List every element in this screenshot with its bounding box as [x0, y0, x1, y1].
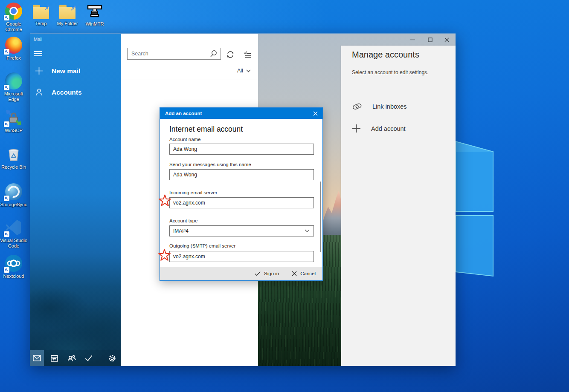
dialog-close-button[interactable]	[308, 108, 322, 119]
dialog-scrollbar[interactable]	[320, 182, 321, 252]
shortcut-arrow-icon	[4, 267, 9, 273]
desktop-icon-recycle-bin[interactable]: Recycle Bin	[0, 146, 27, 170]
manage-accounts-subtitle: Select an account to edit settings.	[352, 69, 428, 75]
add-account-dialog: Add an account Internet email account Ac…	[160, 107, 323, 281]
nav-mail-button[interactable]	[30, 350, 44, 366]
shortcut-arrow-icon	[4, 196, 9, 201]
nav-settings-button[interactable]	[105, 350, 119, 366]
annotation-star-incoming-server	[158, 194, 171, 208]
folder-icon	[33, 7, 49, 19]
desktop-icon-microsoft-edge[interactable]: Microsoft Edge	[0, 72, 27, 102]
sign-in-button[interactable]: Sign in	[255, 271, 279, 276]
outgoing-server-label: Outgoing (SMTP) email server	[169, 243, 235, 248]
winmtr-icon	[86, 3, 103, 20]
desktop-icon-temp[interactable]: Temp	[27, 3, 55, 26]
window-title: Mail	[34, 37, 42, 42]
outgoing-server-field[interactable]	[169, 251, 314, 262]
minimize-icon	[410, 37, 415, 42]
desktop: Google Chrome Temp My Folder WinMTR	[0, 0, 569, 392]
sidebar-bottom-nav	[30, 350, 121, 366]
incoming-server-field[interactable]	[169, 197, 314, 208]
add-account-button[interactable]: Add account	[352, 124, 406, 133]
close-icon	[444, 37, 449, 42]
link-inboxes-button[interactable]: Link inboxes	[352, 103, 407, 110]
account-type-select[interactable]: IMAP4	[169, 225, 314, 236]
cancel-label: Cancel	[300, 271, 316, 276]
calendar-icon	[51, 355, 58, 362]
hamburger-menu-icon[interactable]	[34, 50, 42, 57]
list-divider	[121, 80, 258, 80]
account-name-label: Account name	[169, 137, 201, 142]
desktop-icon-winscp[interactable]: WinSCP	[0, 109, 27, 133]
desktop-icon-label: Recycle Bin	[1, 164, 26, 170]
dialog-heading: Internet email account	[169, 125, 243, 134]
desktop-icon-winmtr[interactable]: WinMTR	[81, 3, 108, 27]
account-type-value: IMAP4	[173, 228, 189, 234]
search-icon[interactable]	[209, 49, 221, 58]
nav-people-button[interactable]	[64, 350, 78, 366]
shortcut-arrow-icon	[4, 231, 9, 237]
nav-calendar-button[interactable]	[47, 350, 61, 366]
desktop-icon-label: Microsoft Edge	[0, 91, 27, 102]
desktop-icon-nextcloud[interactable]: Nextcloud	[0, 255, 27, 279]
close-icon	[313, 111, 318, 116]
desktop-icon-visual-studio-code[interactable]: Visual Studio Code	[0, 219, 27, 249]
cancel-button[interactable]: Cancel	[292, 271, 316, 276]
firefox-icon	[5, 37, 22, 54]
person-icon	[35, 88, 43, 96]
link-icon	[352, 103, 362, 110]
sign-in-label: Sign in	[264, 271, 279, 276]
desktop-icon-my-folder[interactable]: My Folder	[54, 3, 81, 26]
accounts-label: Accounts	[52, 89, 82, 96]
chrome-icon	[5, 3, 22, 20]
vscode-icon	[5, 219, 22, 236]
send-name-field[interactable]	[169, 169, 314, 180]
dialog-title: Add an account	[160, 111, 202, 116]
close-button[interactable]	[443, 36, 450, 43]
selection-mode-button[interactable]	[243, 50, 252, 59]
account-name-field[interactable]	[169, 144, 314, 155]
plus-icon	[35, 67, 43, 75]
shortcut-arrow-icon	[4, 121, 9, 127]
send-name-label: Send your messages using this name	[169, 162, 251, 167]
dialog-titlebar: Add an account	[160, 108, 322, 119]
shortcut-arrow-icon	[4, 49, 9, 55]
desktop-icon-google-chrome[interactable]: Google Chrome	[0, 3, 27, 32]
minimize-button[interactable]	[409, 36, 416, 43]
folder-share-arrows-icon	[44, 5, 50, 11]
desktop-icon-label: Visual Studio Code	[0, 238, 27, 249]
new-mail-button[interactable]: New mail	[35, 67, 80, 75]
account-type-label: Account type	[169, 218, 197, 223]
sync-button[interactable]	[226, 50, 235, 59]
accounts-button[interactable]: Accounts	[35, 88, 82, 96]
filter-all-dropdown[interactable]: All	[237, 68, 251, 74]
recycle-bin-icon	[5, 146, 22, 163]
desktop-icon-storagesync[interactable]: StorageSync	[0, 183, 27, 208]
manage-accounts-title: Manage accounts	[352, 50, 419, 60]
add-account-label: Add account	[371, 125, 406, 132]
plus-icon	[352, 124, 361, 133]
x-icon	[292, 271, 297, 276]
maximize-button[interactable]	[426, 36, 434, 43]
desktop-icon-label: Nextcloud	[3, 274, 24, 279]
desktop-icon-label: WinSCP	[5, 128, 23, 133]
annotation-star-outgoing-server	[158, 249, 171, 262]
desktop-icon-firefox[interactable]: Firefox	[0, 37, 27, 61]
search-box[interactable]	[127, 48, 221, 60]
filter-all-label: All	[237, 68, 243, 74]
nextcloud-icon	[5, 255, 22, 272]
edge-icon	[5, 72, 22, 89]
todo-check-icon	[85, 355, 93, 361]
gear-icon	[108, 355, 116, 362]
chevron-down-icon	[246, 69, 251, 72]
check-icon	[255, 271, 261, 276]
new-mail-label: New mail	[52, 67, 80, 75]
dialog-footer: Sign in Cancel	[160, 267, 322, 280]
maximize-icon	[428, 37, 433, 42]
checklist-icon	[243, 50, 252, 59]
nav-todo-button[interactable]	[81, 350, 96, 366]
mail-sidebar: Mail New mail Accounts	[30, 34, 121, 366]
storagesync-icon	[5, 183, 22, 200]
search-input[interactable]	[128, 51, 209, 57]
manage-accounts-panel: Manage accounts Select an account to edi…	[341, 46, 456, 366]
